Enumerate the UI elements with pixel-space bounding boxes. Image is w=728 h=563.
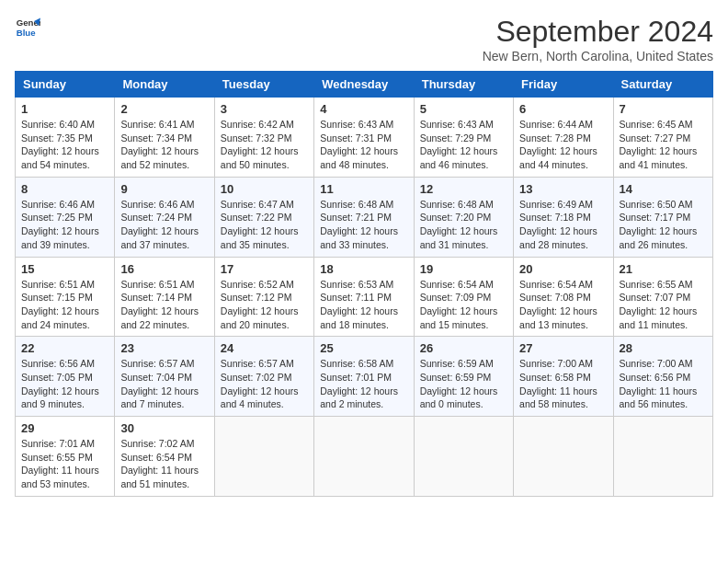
day-info: Sunrise: 6:48 AM Sunset: 7:20 PM Dayligh…: [420, 198, 507, 252]
sunrise-text: Sunrise: 6:47 AM: [221, 198, 308, 212]
sunset-text: Sunset: 6:58 PM: [519, 371, 607, 385]
daylight-text: Daylight: 12 hours and 46 minutes.: [420, 144, 507, 171]
day-number: 4: [320, 102, 407, 116]
page-header: General Blue September 2024 New Bern, No…: [15, 15, 713, 63]
daylight-text: Daylight: 12 hours and 24 minutes.: [21, 304, 108, 331]
calendar-cell: 9 Sunrise: 6:46 AM Sunset: 7:24 PM Dayli…: [115, 177, 214, 257]
calendar-cell: 22 Sunrise: 6:56 AM Sunset: 7:05 PM Dayl…: [16, 337, 115, 417]
day-number: 22: [21, 341, 108, 355]
calendar-cell: 13 Sunrise: 6:49 AM Sunset: 7:18 PM Dayl…: [514, 177, 613, 257]
day-info: Sunrise: 7:02 AM Sunset: 6:54 PM Dayligh…: [120, 437, 208, 491]
calendar-cell: 7 Sunrise: 6:45 AM Sunset: 7:27 PM Dayli…: [613, 98, 712, 178]
calendar-table: SundayMondayTuesdayWednesdayThursdayFrid…: [15, 71, 713, 497]
day-info: Sunrise: 6:48 AM Sunset: 7:21 PM Dayligh…: [320, 198, 407, 252]
calendar-cell: 12 Sunrise: 6:48 AM Sunset: 7:20 PM Dayl…: [414, 177, 513, 257]
sunset-text: Sunset: 7:15 PM: [21, 291, 108, 304]
day-number: 3: [221, 102, 308, 116]
daylight-text: Daylight: 12 hours and 28 minutes.: [519, 224, 607, 251]
day-header-wednesday: Wednesday: [314, 72, 414, 98]
sunrise-text: Sunrise: 6:46 AM: [120, 198, 208, 212]
daylight-text: Daylight: 12 hours and 0 minutes.: [420, 385, 507, 411]
sunset-text: Sunset: 7:25 PM: [21, 211, 108, 224]
calendar-cell: 1 Sunrise: 6:40 AM Sunset: 7:35 PM Dayli…: [16, 98, 115, 178]
calendar-cell: 29 Sunrise: 7:01 AM Sunset: 6:55 PM Dayl…: [16, 417, 115, 497]
sunrise-text: Sunrise: 7:02 AM: [120, 437, 208, 451]
daylight-text: Daylight: 12 hours and 54 minutes.: [21, 144, 108, 171]
calendar-cell: [214, 417, 313, 497]
day-info: Sunrise: 6:44 AM Sunset: 7:28 PM Dayligh…: [519, 118, 607, 172]
sunrise-text: Sunrise: 6:49 AM: [519, 198, 607, 212]
day-info: Sunrise: 7:00 AM Sunset: 6:58 PM Dayligh…: [519, 357, 607, 411]
calendar-cell: 19 Sunrise: 6:54 AM Sunset: 7:09 PM Dayl…: [414, 257, 513, 337]
sunrise-text: Sunrise: 6:43 AM: [320, 118, 407, 132]
day-number: 10: [221, 182, 308, 196]
calendar-cell: [514, 417, 613, 497]
sunset-text: Sunset: 7:11 PM: [320, 291, 407, 304]
sunrise-text: Sunrise: 6:50 AM: [620, 198, 707, 212]
sunset-text: Sunset: 6:54 PM: [120, 451, 208, 465]
daylight-text: Daylight: 12 hours and 2 minutes.: [320, 385, 407, 411]
daylight-text: Daylight: 11 hours and 51 minutes.: [120, 464, 208, 490]
sunset-text: Sunset: 7:27 PM: [620, 132, 707, 145]
calendar-cell: 23 Sunrise: 6:57 AM Sunset: 7:04 PM Dayl…: [115, 337, 214, 417]
day-number: 26: [420, 341, 507, 355]
day-number: 15: [21, 262, 108, 276]
sunset-text: Sunset: 7:07 PM: [620, 291, 707, 304]
calendar-week-row: 8 Sunrise: 6:46 AM Sunset: 7:25 PM Dayli…: [16, 177, 713, 257]
sunset-text: Sunset: 7:21 PM: [320, 211, 407, 224]
day-info: Sunrise: 6:58 AM Sunset: 7:01 PM Dayligh…: [320, 357, 407, 411]
day-info: Sunrise: 6:43 AM Sunset: 7:29 PM Dayligh…: [420, 118, 507, 172]
daylight-text: Daylight: 12 hours and 48 minutes.: [320, 144, 407, 171]
day-info: Sunrise: 6:57 AM Sunset: 7:02 PM Dayligh…: [221, 357, 308, 411]
sunset-text: Sunset: 7:18 PM: [519, 211, 607, 224]
day-info: Sunrise: 6:46 AM Sunset: 7:25 PM Dayligh…: [21, 198, 108, 252]
sunrise-text: Sunrise: 6:54 AM: [519, 278, 607, 292]
calendar-cell: [314, 417, 414, 497]
day-number: 23: [120, 341, 208, 355]
sunrise-text: Sunrise: 6:41 AM: [120, 118, 208, 132]
calendar-cell: 18 Sunrise: 6:53 AM Sunset: 7:11 PM Dayl…: [314, 257, 414, 337]
day-number: 17: [221, 262, 308, 276]
day-header-tuesday: Tuesday: [214, 72, 313, 98]
sunrise-text: Sunrise: 7:00 AM: [519, 357, 607, 371]
day-number: 2: [120, 102, 208, 116]
sunset-text: Sunset: 7:20 PM: [420, 211, 507, 224]
day-number: 29: [21, 421, 108, 435]
daylight-text: Daylight: 12 hours and 20 minutes.: [221, 304, 308, 331]
sunset-text: Sunset: 7:12 PM: [221, 291, 308, 304]
calendar-cell: [613, 417, 712, 497]
calendar-cell: 15 Sunrise: 6:51 AM Sunset: 7:15 PM Dayl…: [16, 257, 115, 337]
daylight-text: Daylight: 12 hours and 9 minutes.: [21, 385, 108, 411]
daylight-text: Daylight: 11 hours and 58 minutes.: [519, 385, 607, 411]
sunrise-text: Sunrise: 6:48 AM: [420, 198, 507, 212]
month-title: September 2024: [483, 15, 713, 49]
sunrise-text: Sunrise: 6:51 AM: [120, 278, 208, 292]
day-info: Sunrise: 6:42 AM Sunset: 7:32 PM Dayligh…: [221, 118, 308, 172]
sunset-text: Sunset: 6:55 PM: [21, 451, 108, 465]
calendar-header-row: SundayMondayTuesdayWednesdayThursdayFrid…: [16, 72, 713, 98]
day-number: 18: [320, 262, 407, 276]
day-info: Sunrise: 7:01 AM Sunset: 6:55 PM Dayligh…: [21, 437, 108, 491]
sunset-text: Sunset: 7:09 PM: [420, 291, 507, 304]
day-number: 27: [519, 341, 607, 355]
day-header-thursday: Thursday: [414, 72, 513, 98]
day-info: Sunrise: 6:54 AM Sunset: 7:09 PM Dayligh…: [420, 278, 507, 332]
daylight-text: Daylight: 12 hours and 52 minutes.: [120, 144, 208, 171]
daylight-text: Daylight: 11 hours and 53 minutes.: [21, 464, 108, 490]
sunset-text: Sunset: 7:29 PM: [420, 132, 507, 145]
day-info: Sunrise: 6:50 AM Sunset: 7:17 PM Dayligh…: [620, 198, 707, 252]
sunset-text: Sunset: 7:04 PM: [120, 371, 208, 385]
calendar-cell: 17 Sunrise: 6:52 AM Sunset: 7:12 PM Dayl…: [214, 257, 313, 337]
day-info: Sunrise: 6:45 AM Sunset: 7:27 PM Dayligh…: [620, 118, 707, 172]
daylight-text: Daylight: 12 hours and 4 minutes.: [221, 385, 308, 411]
day-number: 9: [120, 182, 208, 196]
sunset-text: Sunset: 7:01 PM: [320, 371, 407, 385]
daylight-text: Daylight: 12 hours and 7 minutes.: [120, 385, 208, 411]
day-info: Sunrise: 6:51 AM Sunset: 7:14 PM Dayligh…: [120, 278, 208, 332]
day-info: Sunrise: 6:57 AM Sunset: 7:04 PM Dayligh…: [120, 357, 208, 411]
daylight-text: Daylight: 12 hours and 15 minutes.: [420, 304, 507, 331]
sunrise-text: Sunrise: 6:57 AM: [221, 357, 308, 371]
sunrise-text: Sunrise: 6:42 AM: [221, 118, 308, 132]
day-number: 1: [21, 102, 108, 116]
sunset-text: Sunset: 7:28 PM: [519, 132, 607, 145]
